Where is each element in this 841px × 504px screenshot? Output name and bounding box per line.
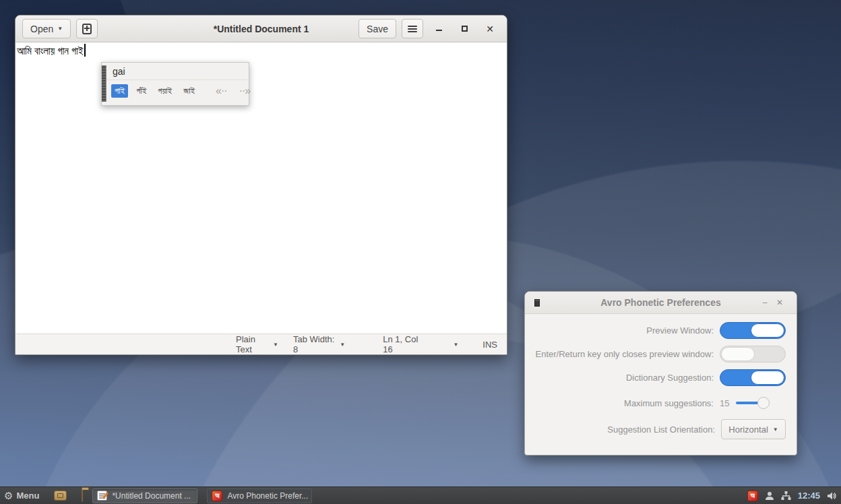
slider-knob[interactable]: [757, 397, 770, 409]
volume-icon[interactable]: [827, 491, 837, 501]
taskbar: ⚙ Menu *Untitled Document ... অ Avro Pho…: [0, 486, 841, 504]
text-editor-area[interactable]: আমি বাংলায় গান গাই: [15, 42, 507, 334]
orientation-value: Horizontal: [728, 424, 768, 435]
enter-closes-preview-toggle[interactable]: [720, 346, 786, 363]
taskbar-window-label: Avro Phonetic Prefer...: [227, 491, 308, 501]
dictionary-suggestion-label: Dictionary Suggestion:: [534, 373, 720, 383]
toggle-knob: [751, 323, 784, 338]
tab-width-label: Tab Width: 8: [293, 334, 335, 354]
gear-icon: ⚙: [4, 490, 13, 502]
minimize-button[interactable]: [429, 24, 449, 34]
chevron-down-icon: ▼: [773, 427, 778, 433]
prefs-titlebar: Avro Phonetic Preferences – ✕: [525, 292, 797, 314]
prefs-window-title: Avro Phonetic Preferences: [525, 297, 797, 308]
open-button-label: Open: [30, 24, 53, 34]
maximize-button[interactable]: [454, 24, 474, 34]
window-menu-icon[interactable]: [534, 299, 540, 307]
chevron-down-icon: ▼: [273, 342, 278, 348]
close-button[interactable]: ✕: [772, 298, 787, 307]
avro-preferences-window: Avro Phonetic Preferences – ✕ Preview Wi…: [524, 291, 797, 455]
toggle-knob: [751, 371, 784, 385]
suggestion-item[interactable]: জাই: [180, 84, 198, 98]
save-button[interactable]: Save: [359, 19, 396, 38]
avro-tray-icon[interactable]: অ: [747, 491, 758, 501]
tab-width-selector[interactable]: Tab Width: 8 ▼: [293, 334, 345, 354]
orientation-label: Suggestion List Orientation:: [534, 424, 721, 435]
system-tray: অ 12:45: [741, 491, 837, 501]
hamburger-menu-button[interactable]: [402, 19, 423, 38]
text-cursor: [84, 44, 86, 57]
toggle-knob: [721, 347, 755, 361]
orientation-dropdown[interactable]: Horizontal ▼: [721, 419, 786, 439]
minimize-icon: [436, 30, 442, 31]
editor-text: আমি বাংলায় গান গাই: [17, 45, 84, 57]
user-icon[interactable]: [765, 491, 774, 501]
taskbar-window-label: *Untitled Document ...: [112, 491, 191, 501]
preview-window-label: Preview Window:: [534, 325, 720, 336]
file-manager-launcher[interactable]: [82, 490, 83, 502]
preedit-text: gai: [102, 63, 249, 80]
folder-icon: [82, 489, 83, 502]
max-suggestions-value: 15: [720, 398, 729, 408]
gedit-headerbar: Open ▼ *Untitled Document 1 Save ✕: [15, 15, 507, 42]
screenshot-icon: [54, 491, 67, 501]
max-suggestions-label: Maximum suggestions:: [534, 398, 720, 408]
chevron-down-icon: ▼: [57, 26, 63, 32]
hamburger-icon: [408, 26, 417, 32]
screenshot-tool-launcher[interactable]: [54, 491, 67, 501]
minimize-button[interactable]: –: [757, 298, 772, 307]
statusbar-dropdown[interactable]: ▼: [453, 342, 458, 348]
dictionary-suggestion-toggle[interactable]: [720, 369, 786, 386]
enter-closes-preview-label: Enter/Return key only closes preview win…: [534, 349, 720, 359]
save-button-label: Save: [367, 24, 388, 34]
maximize-icon: [462, 26, 468, 32]
taskbar-window-gedit[interactable]: *Untitled Document ...: [92, 489, 197, 503]
gedit-window: Open ▼ *Untitled Document 1 Save ✕ আমি ব…: [15, 15, 507, 355]
language-label: Plain Text: [236, 334, 268, 354]
suggestion-item[interactable]: গয়াই: [154, 84, 175, 98]
insert-mode-indicator: INS: [482, 340, 497, 350]
chevron-down-icon: ▼: [340, 342, 345, 348]
preview-window-toggle[interactable]: [720, 322, 786, 339]
max-suggestions-slider[interactable]: [736, 402, 760, 404]
close-button[interactable]: ✕: [480, 24, 500, 34]
clock[interactable]: 12:45: [798, 491, 820, 501]
network-icon[interactable]: [781, 491, 791, 501]
prev-page-icon[interactable]: «··: [210, 85, 233, 97]
suggestion-item[interactable]: গাই: [111, 84, 128, 98]
next-page-icon[interactable]: ··»: [233, 85, 257, 97]
gedit-statusbar: Plain Text ▼ Tab Width: 8 ▼ Ln 1, Col 16…: [15, 334, 507, 354]
taskbar-window-avro[interactable]: অ Avro Phonetic Prefer...: [207, 489, 312, 503]
desktop: { "icons": { "caret_down": "▼", "close":…: [0, 0, 841, 504]
menu-label: Menu: [16, 491, 39, 501]
new-document-icon: [82, 24, 92, 34]
cursor-position: Ln 1, Col 16: [383, 334, 425, 354]
avro-app-icon: অ: [212, 491, 222, 501]
popup-drag-handle[interactable]: [102, 65, 106, 102]
suggestion-item[interactable]: গাঁই: [133, 84, 150, 98]
new-document-button[interactable]: [76, 19, 98, 38]
open-button[interactable]: Open ▼: [22, 19, 71, 38]
close-icon: ✕: [486, 24, 494, 34]
language-selector[interactable]: Plain Text ▼: [236, 334, 278, 354]
menu-button[interactable]: ⚙ Menu: [4, 490, 39, 502]
chevron-down-icon: ▼: [453, 342, 458, 348]
avro-suggestion-popup: gai গাই গাঁই গয়াই জাই «·· ··»: [101, 62, 249, 106]
gedit-app-icon: [97, 491, 107, 501]
